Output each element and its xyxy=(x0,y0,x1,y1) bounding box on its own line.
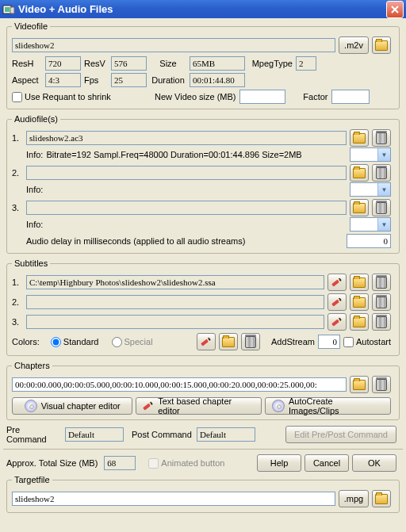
targetfile-ext[interactable]: .mpg xyxy=(339,490,369,507)
audiofiles-legend: Audiofile(s) xyxy=(12,114,60,124)
audio-delete-3[interactable] xyxy=(372,199,391,216)
special-radio[interactable] xyxy=(112,337,122,347)
audio-path-2[interactable] xyxy=(26,166,347,180)
pencil-icon xyxy=(143,400,154,411)
aspect-label: Aspect xyxy=(12,75,42,85)
fps-field[interactable] xyxy=(111,73,147,87)
standard-label: Standard xyxy=(63,337,99,346)
mpegtype-label: MpegType xyxy=(248,59,293,68)
visual-editor-button[interactable]: Visual chapter editor xyxy=(12,397,132,415)
addstream-field[interactable] xyxy=(318,335,340,349)
trash-icon xyxy=(376,277,387,289)
folder-icon xyxy=(353,297,366,308)
videofile-ext[interactable]: .m2v xyxy=(339,36,369,54)
sub-delete-3[interactable] xyxy=(372,313,391,331)
animated-checkbox[interactable] xyxy=(148,458,159,469)
resv-field[interactable] xyxy=(111,56,147,71)
chapters-legend: Chapters xyxy=(12,361,52,370)
folder-icon xyxy=(353,277,366,288)
cancel-button[interactable]: Cancel xyxy=(304,454,349,472)
audio-path-3[interactable] xyxy=(26,201,347,215)
postcommand-field[interactable] xyxy=(197,427,255,442)
text-editor-button[interactable]: Text based chapter editor xyxy=(136,397,262,415)
sub-edit-2[interactable] xyxy=(327,293,347,311)
sub-browse-3[interactable] xyxy=(350,313,369,331)
cd-icon xyxy=(25,400,37,412)
standard-radio[interactable] xyxy=(51,337,61,347)
totalsize-field[interactable] xyxy=(104,456,136,470)
close-button[interactable] xyxy=(386,1,404,18)
resh-field[interactable] xyxy=(45,56,81,71)
audio-delay-field[interactable] xyxy=(347,234,391,248)
trash-icon xyxy=(376,132,387,144)
sub-num-1: 1. xyxy=(12,277,23,287)
sub-path-2[interactable] xyxy=(26,295,324,309)
sub-path-1[interactable] xyxy=(26,275,324,289)
sub-delete-2[interactable] xyxy=(372,293,391,311)
sub-num-3: 3. xyxy=(12,317,23,327)
videofile-browse-button[interactable] xyxy=(372,36,391,54)
folder-icon xyxy=(353,380,366,390)
resh-label: ResH xyxy=(12,59,42,68)
autostart-checkbox[interactable] xyxy=(343,337,354,347)
audio-num-3: 3. xyxy=(12,203,23,212)
targetfile-legend: Targetfile xyxy=(12,475,52,484)
sub-path-3[interactable] xyxy=(26,315,324,329)
requant-label: Use Requant to shrink xyxy=(25,92,151,101)
postcommand-label: Post Command xyxy=(132,430,193,439)
audio-path-1[interactable] xyxy=(26,131,347,145)
trash-icon xyxy=(376,316,387,328)
autostart-label: Autostart xyxy=(356,337,391,346)
precommand-field[interactable] xyxy=(65,427,124,442)
chapters-group: Chapters Visual chapter editor Text base… xyxy=(6,361,400,420)
newsize-field[interactable] xyxy=(239,90,285,104)
sub-browse-1[interactable] xyxy=(350,274,369,291)
chapters-delete[interactable] xyxy=(372,376,391,393)
folder-icon xyxy=(353,317,366,327)
audio-delete-2[interactable] xyxy=(372,164,391,182)
precommand-label: Pre Command xyxy=(6,425,62,444)
folder-icon xyxy=(353,133,366,144)
audio-lang-2[interactable]: ▼ xyxy=(350,182,391,197)
audio-lang-1[interactable]: ▼ xyxy=(350,147,391,162)
aspect-field[interactable] xyxy=(45,73,81,87)
audio-info-label-2: Info: xyxy=(26,185,347,194)
chapters-field[interactable] xyxy=(12,377,347,392)
autocreate-button[interactable]: AutoCreate Images/Clips xyxy=(265,397,391,415)
audio-delete-1[interactable] xyxy=(372,129,391,147)
audio-num-1: 1. xyxy=(12,133,23,143)
sub-tool-browse[interactable] xyxy=(219,333,238,350)
sub-tool-edit[interactable] xyxy=(197,333,216,350)
size-field[interactable] xyxy=(190,56,245,71)
audio-info-label-1: Info: xyxy=(26,150,43,159)
newsize-label: New Video size (MB) xyxy=(155,92,236,101)
audio-browse-3[interactable] xyxy=(350,199,369,216)
audio-lang-3[interactable]: ▼ xyxy=(350,217,391,232)
targetfile-browse[interactable] xyxy=(372,490,391,507)
pencil-icon xyxy=(201,336,212,347)
sub-tool-delete[interactable] xyxy=(241,333,260,350)
window-title: Video + Audio Files xyxy=(18,3,113,15)
help-button[interactable]: Help xyxy=(257,454,301,472)
duration-field[interactable] xyxy=(190,73,245,87)
factor-field[interactable] xyxy=(331,90,370,104)
title-bar: Video + Audio Files xyxy=(0,0,406,18)
sub-delete-1[interactable] xyxy=(372,274,391,291)
requant-checkbox[interactable] xyxy=(12,92,22,102)
mpegtype-field[interactable] xyxy=(296,56,316,71)
sub-edit-1[interactable] xyxy=(327,274,347,291)
ok-button[interactable]: OK xyxy=(352,454,396,472)
audio-browse-2[interactable] xyxy=(350,164,369,182)
audio-browse-1[interactable] xyxy=(350,129,369,147)
chevron-down-icon: ▼ xyxy=(377,183,390,196)
sub-edit-3[interactable] xyxy=(327,313,347,331)
chapters-browse[interactable] xyxy=(350,376,369,393)
videofile-path[interactable] xyxy=(12,38,335,52)
edit-prepost-button[interactable]: Edit Pre/Post Command xyxy=(285,426,396,443)
animated-label: Animated button xyxy=(161,458,224,468)
subtitles-legend: Subtitles xyxy=(12,258,50,268)
sub-browse-2[interactable] xyxy=(350,293,369,311)
folder-icon xyxy=(353,203,366,213)
sub-num-2: 2. xyxy=(12,297,23,307)
targetfile-path[interactable] xyxy=(12,492,335,506)
